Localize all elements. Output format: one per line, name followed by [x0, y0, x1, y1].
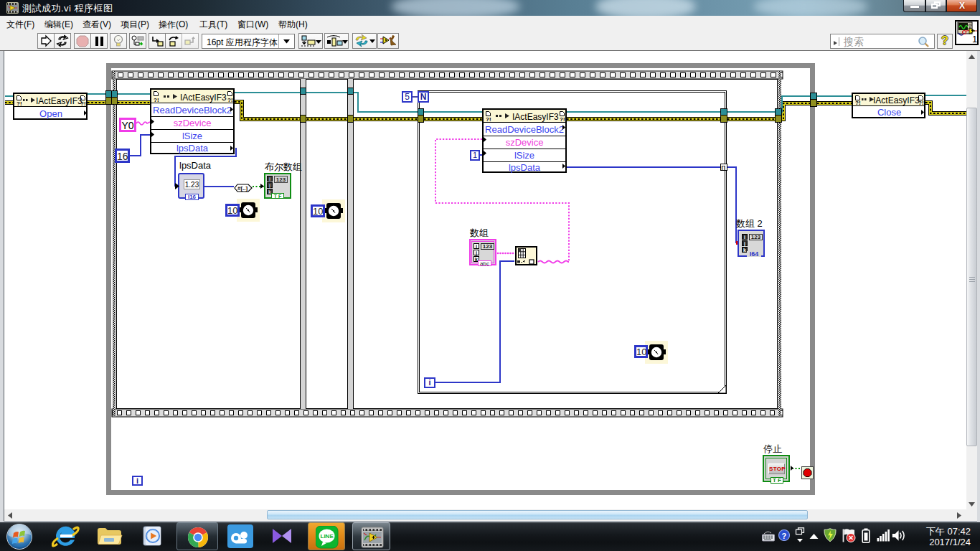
svg-text:LINE: LINE	[321, 533, 334, 540]
svg-text:#[..]: #[..]	[237, 185, 248, 192]
svg-text:?: ?	[782, 532, 787, 540]
svg-text:?!: ?!	[227, 97, 233, 103]
svg-text:?!: ?!	[486, 116, 491, 122]
svg-text:?!: ?!	[17, 100, 22, 106]
svg-text:[]: []	[722, 164, 726, 171]
svg-text:?!: ?!	[855, 100, 861, 105]
svg-text:1: 1	[972, 34, 977, 44]
svg-text:?!: ?!	[154, 97, 159, 103]
svg-text:?!: ?!	[560, 116, 565, 122]
